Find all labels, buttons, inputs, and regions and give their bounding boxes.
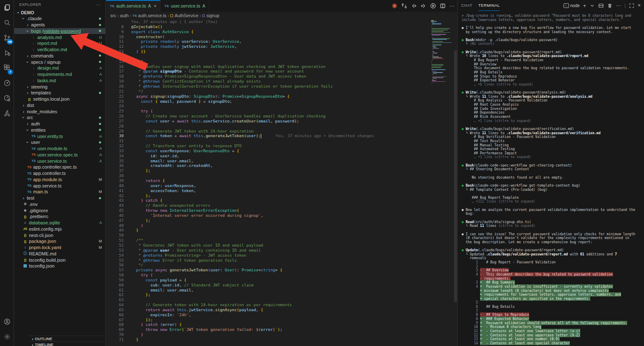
tree-item-test[interactable]: ›test xyxy=(14,195,105,201)
claude-extension-icon[interactable] xyxy=(392,3,397,9)
tree-item-user[interactable]: ›user xyxy=(14,139,105,146)
settings-gear-icon[interactable] xyxy=(0,329,14,344)
terminal-line: 10 + - Minimum 8 characters long xyxy=(462,325,643,329)
split-editor-icon[interactable] xyxy=(440,3,446,9)
kill-terminal-icon[interactable] xyxy=(607,3,613,8)
code-line: 34 id: user.id, xyxy=(106,153,457,159)
tree-item-pnpm-lock-yaml[interactable]: !pnpm-lock.yamlM xyxy=(14,245,105,251)
tree-item-auth[interactable]: ›auth xyxy=(14,121,105,127)
tree-item-tsconfig-build-json[interactable]: {}tsconfig.build.json xyxy=(14,257,105,263)
explorer-more-icon[interactable]: ··· xyxy=(96,2,101,7)
tree-item-app-module-ts[interactable]: TSapp.module.tsM xyxy=(14,177,105,183)
tab-chat[interactable]: CHAT xyxy=(461,0,473,11)
open-changes-icon[interactable] xyxy=(401,3,407,9)
extensions-icon[interactable]: 7 xyxy=(0,60,14,75)
close-icon[interactable]: × xyxy=(154,3,156,8)
close-panel-icon[interactable]: × xyxy=(638,3,641,8)
tab-bar: TS auth.service.ts A × TS user.service.t… xyxy=(106,0,457,12)
split-terminal-icon[interactable] xyxy=(598,3,604,8)
editor-scrollbar[interactable] xyxy=(454,50,457,302)
tab-terminal[interactable]: TERMINAL xyxy=(478,0,500,11)
tree-item-src[interactable]: ›src xyxy=(14,114,105,121)
tree-item-label: nest-cli.json xyxy=(28,233,53,238)
code-line: 68 } catch (error) { xyxy=(106,322,457,327)
outline-section[interactable]: › OUTLINE xyxy=(29,336,106,341)
tree-item-tasks-md[interactable]: ↓tasks.mdA xyxy=(14,78,105,84)
tree-item-requirements-md[interactable]: ↓requirements.mdA xyxy=(14,71,105,78)
panel-more-icon[interactable]: ··· xyxy=(616,3,621,8)
azure-icon[interactable] xyxy=(0,106,14,121)
tree-item-readme-md[interactable]: ⓘREADME.md xyxy=(14,251,105,257)
tree-item-bugs-[interactable]: ›bugs / validate-password xyxy=(14,28,105,34)
live-share-icon[interactable] xyxy=(0,75,14,91)
tree-item-label: main.ts xyxy=(32,189,48,194)
run-debug-icon[interactable] xyxy=(0,45,14,60)
new-terminal-icon[interactable]: + xyxy=(583,3,587,9)
previous-change-icon[interactable] xyxy=(411,3,417,9)
more-actions-icon[interactable]: ··· xyxy=(449,3,454,9)
tree-item-label: tsconfig.build.json xyxy=(28,258,65,263)
tree-item-database-sqlite[interactable]: ≡database.sqliteA xyxy=(14,220,105,226)
class-symbol-icon xyxy=(170,14,173,17)
code-line: 21 */ xyxy=(106,89,457,94)
tree-item-settings-local-json[interactable]: {}settings.local.json xyxy=(14,96,105,102)
maximize-panel-icon[interactable] xyxy=(629,3,634,8)
tree-item-label: verification.md xyxy=(36,47,67,52)
tree-item-nest-cli-json[interactable]: {}nest-cli.json xyxy=(14,232,105,238)
code-line: 8@Injectable() xyxy=(106,24,457,29)
tree-item-design-md[interactable]: ↓design.mdA xyxy=(14,65,105,71)
tree-item-app-service-ts[interactable]: TSapp.service.ts xyxy=(14,182,105,189)
minimap[interactable] xyxy=(431,20,453,84)
tree-item-user-module-ts[interactable]: TSuser.module.tsA xyxy=(14,146,105,152)
code-line: 29 // Generate JWT token with 24-hour ex… xyxy=(106,129,457,134)
terminal-line xyxy=(462,122,643,127)
tree-item-analysis-md[interactable]: ↓analysis.mdU xyxy=(14,34,105,40)
remote-explorer-icon[interactable] xyxy=(0,91,14,106)
tree-item-tsconfig-json[interactable]: tsconfig.json xyxy=(14,263,105,269)
tree-item-label: user.module.ts xyxy=(36,146,68,151)
terminal-output[interactable]: > /bug-create is running… validate-passw… xyxy=(462,13,643,346)
tree-item-entities[interactable]: ›entities xyxy=(14,127,105,133)
tree-item-templates[interactable]: ›templates xyxy=(14,90,105,96)
code-editor[interactable]: You, 37 minutes ago | 1 author (You)8@In… xyxy=(106,19,457,346)
breadcrumb[interactable]: src› auth› TS auth.service.ts› AuthServi… xyxy=(106,12,457,19)
next-change-icon[interactable] xyxy=(421,3,426,9)
tree-item--env[interactable]: ⚙.env xyxy=(14,201,105,208)
ts-file-icon: TS xyxy=(164,4,169,8)
tree-item--prettierrc[interactable]: {}.prettierrc xyxy=(14,213,105,220)
root-folder-demo[interactable]: › DEMO xyxy=(14,9,105,16)
tree-item-label: validate-password xyxy=(44,29,81,34)
tree-item-user-service-ts[interactable]: TSuser.service.tsA xyxy=(14,158,105,164)
divider: | xyxy=(624,3,626,8)
git-changes-dot xyxy=(99,61,101,63)
tree-item-report-md[interactable]: ↓report.mdU xyxy=(14,40,105,47)
terminal-line: 3 + ## Bug Summary xyxy=(462,280,643,284)
tree-item-specs-signup[interactable]: ›specs / signup xyxy=(14,59,105,65)
tree-item-eslint-config-mjs[interactable]: JSeslint.config.mjs xyxy=(14,226,105,232)
account-icon[interactable] xyxy=(0,314,14,329)
search-icon[interactable] xyxy=(0,15,14,30)
tree-item-agents[interactable]: ›agents xyxy=(14,22,105,28)
tree-item-dist[interactable]: ›dist xyxy=(14,102,105,109)
tree-item-main-ts[interactable]: TSmain.tsM xyxy=(14,189,105,195)
tree-item-app-controller-spec-ts[interactable]: TSapp.controller.spec.ts xyxy=(14,164,105,170)
tab-auth-service[interactable]: TS auth.service.ts A × xyxy=(106,0,161,12)
tree-item--claude[interactable]: ›.claude xyxy=(14,16,105,22)
tree-item-node-modules[interactable]: ›node_modules xyxy=(14,108,105,114)
tree-item-user-service-spec-ts[interactable]: TSuser.service.spec.tsA xyxy=(14,152,105,158)
tree-item-user-entity-ts[interactable]: TSuser.entity.tsA xyxy=(14,133,105,139)
source-control-icon[interactable]: 48 xyxy=(0,30,14,45)
launch-profile-chevron-icon[interactable] xyxy=(589,3,595,8)
shell-selector[interactable]: >_ node xyxy=(564,3,579,8)
tab-user-service[interactable]: TS user.service.ts A xyxy=(161,0,209,12)
run-file-icon[interactable] xyxy=(430,3,436,9)
terminal-line: include lowercase letters, uppercase let… xyxy=(462,18,643,22)
tree-item-package-json[interactable]: {}package.jsonM xyxy=(14,238,105,245)
explorer-icon[interactable] xyxy=(0,0,14,15)
timeline-section[interactable]: › TIMELINE xyxy=(29,341,106,346)
tree-item-steering[interactable]: ›steering xyxy=(14,83,105,90)
tree-item-verification-md[interactable]: ↓verification.mdU xyxy=(14,47,105,53)
tree-item--gitignore[interactable]: ◈.gitignore xyxy=(14,207,105,213)
tree-item-app-controller-ts[interactable]: TSapp.controller.ts xyxy=(14,170,105,177)
tree-item-commands[interactable]: ›commands xyxy=(14,53,105,59)
